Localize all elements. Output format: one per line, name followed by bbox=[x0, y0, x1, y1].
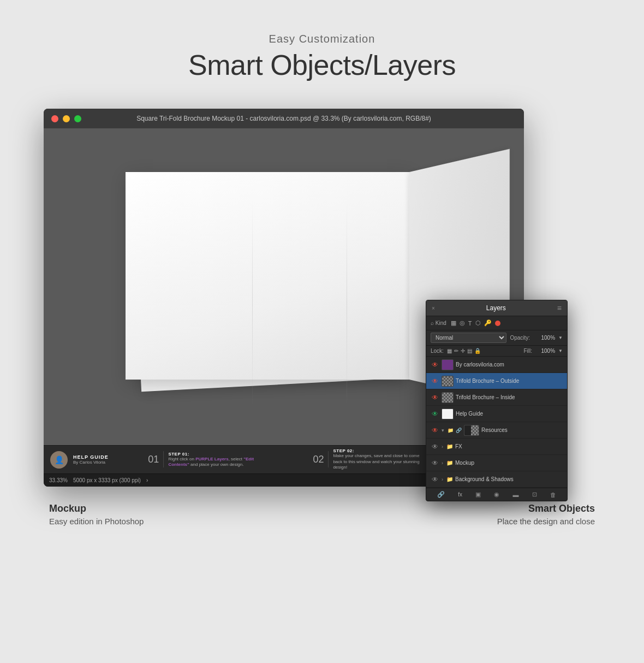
layers-panel-title: Layers bbox=[486, 304, 506, 312]
fill-chevron-icon[interactable]: ▼ bbox=[558, 348, 563, 353]
layers-kind-toolbar: ⌕ Kind ▦ ◎ T ⬡ 🔑 bbox=[426, 316, 567, 330]
fx-icon[interactable]: fx bbox=[458, 492, 462, 498]
label-smart-objects-title: Smart Objects bbox=[497, 503, 595, 514]
folder-icon: 📁 bbox=[446, 476, 453, 482]
fill-label: Fill: bbox=[524, 348, 533, 354]
label-mockup-title: Mockup bbox=[49, 503, 144, 514]
layer-item-carlosviloria[interactable]: 👁 By carlosviloria.com bbox=[426, 357, 567, 373]
lock-all-icon[interactable]: 🔒 bbox=[474, 348, 481, 354]
zoom-level: 33.33% bbox=[49, 477, 68, 483]
step-2-num: 02 bbox=[313, 454, 324, 465]
maximize-button[interactable] bbox=[74, 115, 81, 122]
layer-item-mockup[interactable]: 👁 › 📁 Mockup bbox=[426, 455, 567, 471]
label-mockup: Mockup Easy edition in Photoshop bbox=[49, 503, 144, 526]
layer-item-outside[interactable]: 👁 Trifold Brochure – Outside bbox=[426, 373, 567, 389]
label-smart-objects: Smart Objects Place the design and close bbox=[497, 503, 595, 526]
layer-name: Background & Shadows bbox=[455, 476, 563, 482]
bottom-labels: Mockup Easy edition in Photoshop Smart O… bbox=[44, 503, 600, 526]
dimensions: 5000 px x 3333 px (300 ppi) bbox=[73, 477, 141, 483]
minimize-button[interactable] bbox=[63, 115, 70, 122]
layer-eye-icon[interactable]: 👁 bbox=[431, 394, 439, 401]
lock-pixels-icon[interactable]: ▦ bbox=[447, 348, 452, 354]
help-guide-text: HELP GUIDE By Carlos Viloria bbox=[73, 454, 109, 465]
filter-active-dot bbox=[495, 321, 500, 326]
layer-eye-icon[interactable]: 👁 bbox=[431, 377, 439, 385]
close-button[interactable] bbox=[51, 115, 58, 122]
status-chevron-icon: › bbox=[146, 477, 148, 483]
layer-name: FX bbox=[455, 443, 563, 449]
layer-eye-icon[interactable]: 👁 bbox=[431, 410, 439, 418]
layer-eye-icon[interactable]: 👁 bbox=[431, 476, 439, 483]
layer-name: Help Guide bbox=[456, 411, 563, 417]
layer-item-inside[interactable]: 👁 Trifold Brochure – Inside bbox=[426, 389, 567, 406]
lock-draw-icon[interactable]: ✏ bbox=[454, 348, 458, 354]
group-arrow-icon: › bbox=[442, 460, 443, 466]
blend-mode-select[interactable]: Normal Multiply Screen bbox=[431, 333, 506, 343]
group-arrow-icon: › bbox=[442, 444, 443, 449]
mask-icon[interactable]: ▣ bbox=[475, 491, 481, 498]
window-title: Square Tri-Fold Brochure Mockup 01 - car… bbox=[136, 115, 431, 122]
group-arrow-icon: ▾ bbox=[442, 428, 444, 433]
titlebar: Square Tri-Fold Brochure Mockup 01 - car… bbox=[44, 109, 524, 128]
fold-line-2 bbox=[347, 199, 347, 407]
layer-eye-icon[interactable]: 👁 bbox=[431, 443, 439, 451]
fold-line-1 bbox=[252, 199, 253, 407]
lock-artboard-icon[interactable]: ▤ bbox=[467, 348, 472, 354]
layers-filter-icons: ▦ ◎ T ⬡ 🔑 bbox=[451, 319, 500, 327]
group-arrow-icon: › bbox=[442, 477, 443, 482]
layers-panel-menu-icon[interactable]: ≡ bbox=[557, 304, 562, 312]
fill-value: 100% bbox=[535, 348, 555, 354]
main-content: Square Tri-Fold Brochure Mockup 01 - car… bbox=[44, 109, 600, 526]
help-guide-subtitle: By Carlos Viloria bbox=[73, 460, 109, 465]
layer-eye-icon[interactable]: 👁 bbox=[431, 361, 439, 369]
folder-icon: 📁 bbox=[446, 460, 453, 466]
brochure-mockup bbox=[93, 145, 475, 429]
layers-bottom-toolbar: 🔗 fx ▣ ◉ ▬ ⊡ 🗑 bbox=[426, 488, 567, 501]
layer-item-fx[interactable]: 👁 › 📁 FX bbox=[426, 439, 567, 455]
layer-name: Resources bbox=[481, 427, 563, 433]
folder-icon: 📁 bbox=[446, 443, 453, 449]
layer-thumbnail bbox=[442, 409, 454, 419]
step-2-title: STEP 02: bbox=[333, 448, 420, 453]
step-1-num: 01 bbox=[148, 454, 159, 465]
adjustment-icon[interactable]: ◉ bbox=[494, 491, 499, 498]
layers-kind-label: ⌕ Kind bbox=[431, 320, 446, 326]
delete-layer-icon[interactable]: 🗑 bbox=[550, 492, 556, 498]
layers-panel-close-icon[interactable]: × bbox=[432, 305, 435, 311]
step-divider-2 bbox=[328, 451, 329, 467]
layer-thumbnail bbox=[442, 392, 454, 403]
help-step-2: 02 STEP 02: Make your changes, save and … bbox=[313, 448, 420, 470]
header-subtitle: Easy Customization bbox=[188, 33, 456, 45]
header-title: Smart Objects/Layers bbox=[188, 49, 456, 81]
opacity-chevron-icon[interactable]: ▼ bbox=[558, 335, 563, 340]
type-icon[interactable]: T bbox=[468, 320, 472, 327]
new-layer-icon[interactable]: ⊡ bbox=[532, 491, 537, 498]
layer-item-background[interactable]: 👁 › 📁 Background & Shadows bbox=[426, 471, 567, 488]
shape-icon[interactable]: ⬡ bbox=[475, 319, 481, 327]
layer-item-resources[interactable]: 👁 ▾ 📁 🔗 Resources bbox=[426, 422, 567, 439]
link-icon: 🔗 bbox=[456, 428, 462, 433]
opacity-label: Opacity: bbox=[510, 335, 530, 341]
smart-object-icon[interactable]: 🔑 bbox=[484, 319, 492, 327]
layer-item-helpguide[interactable]: 👁 Help Guide bbox=[426, 406, 567, 422]
step-2-content: STEP 02: Make your changes, save and clo… bbox=[333, 448, 420, 470]
step-divider-1 bbox=[163, 451, 164, 467]
header: Easy Customization Smart Objects/Layers bbox=[188, 33, 456, 81]
folder-new-icon[interactable]: ▬ bbox=[513, 492, 519, 498]
layer-name: Mockup bbox=[455, 460, 563, 466]
label-smart-objects-desc: Place the design and close bbox=[497, 517, 595, 526]
layer-name: Trifold Brochure – Outside bbox=[456, 378, 563, 384]
adjustment-icon[interactable]: ◎ bbox=[460, 319, 465, 327]
folder-icon: 📁 bbox=[448, 428, 454, 433]
layer-thumbnail bbox=[464, 425, 479, 436]
layer-thumbnail bbox=[442, 359, 454, 370]
lock-move-icon[interactable]: ✛ bbox=[461, 348, 465, 354]
pixel-icon[interactable]: ▦ bbox=[451, 319, 456, 327]
layer-thumbnail bbox=[442, 376, 454, 387]
layers-panel: × Layers ≡ ⌕ Kind ▦ ◎ T ⬡ 🔑 Normal Multi… bbox=[426, 300, 568, 501]
lock-label: Lock: bbox=[431, 348, 444, 354]
layer-eye-icon[interactable]: 👁 bbox=[431, 427, 439, 434]
layer-eye-icon[interactable]: 👁 bbox=[431, 459, 439, 467]
step-2-desc: Make your changes, save and close to com… bbox=[333, 453, 420, 470]
link-icon[interactable]: 🔗 bbox=[437, 491, 445, 498]
